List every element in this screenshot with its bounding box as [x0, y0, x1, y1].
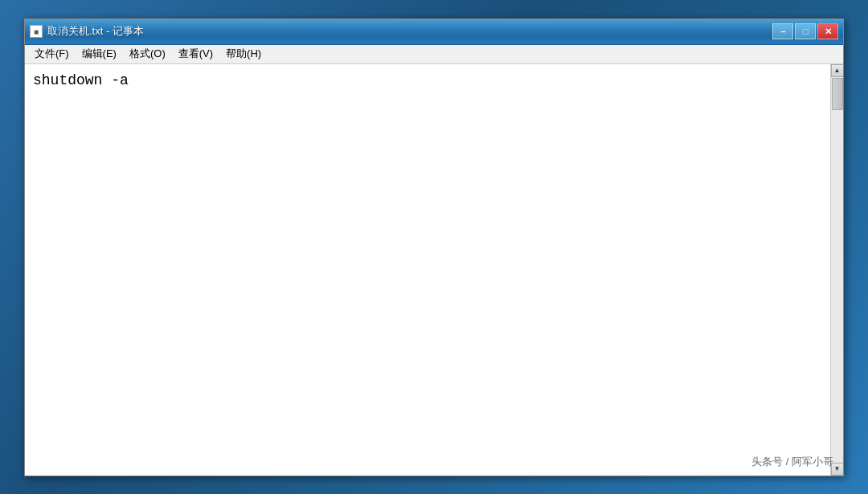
menu-bar: 文件(F) 编辑(E) 格式(O) 查看(V) 帮助(H) [25, 45, 843, 64]
scrollbar-vertical: ▲ ▼ [830, 64, 843, 476]
window-icon-symbol: ■ [34, 27, 39, 36]
restore-button[interactable]: □ [795, 23, 816, 39]
menu-edit[interactable]: 编辑(E) [76, 45, 123, 63]
window-title: 取消关机.txt - 记事本 [47, 24, 144, 39]
editor-textarea[interactable] [25, 64, 830, 476]
window-icon: ■ [30, 25, 43, 38]
scroll-up-button[interactable]: ▲ [831, 64, 844, 77]
title-bar: ■ 取消关机.txt - 记事本 － □ ✕ [25, 19, 843, 45]
content-area: ▲ ▼ 头条号 / 阿军小哥 [25, 64, 843, 476]
menu-format[interactable]: 格式(O) [123, 45, 172, 63]
minimize-button[interactable]: － [772, 23, 793, 39]
watermark: 头条号 / 阿军小哥 [751, 455, 833, 469]
menu-view[interactable]: 查看(V) [172, 45, 219, 63]
menu-file[interactable]: 文件(F) [28, 45, 76, 63]
menu-help[interactable]: 帮助(H) [219, 45, 268, 63]
title-buttons: － □ ✕ [772, 23, 838, 39]
scrollbar-track [831, 77, 843, 463]
close-button[interactable]: ✕ [817, 23, 838, 39]
title-bar-left: ■ 取消关机.txt - 记事本 [30, 24, 144, 39]
scrollbar-thumb[interactable] [832, 78, 843, 110]
notepad-window: ■ 取消关机.txt - 记事本 － □ ✕ 文件(F) 编辑(E) 格式(O)… [24, 18, 844, 476]
